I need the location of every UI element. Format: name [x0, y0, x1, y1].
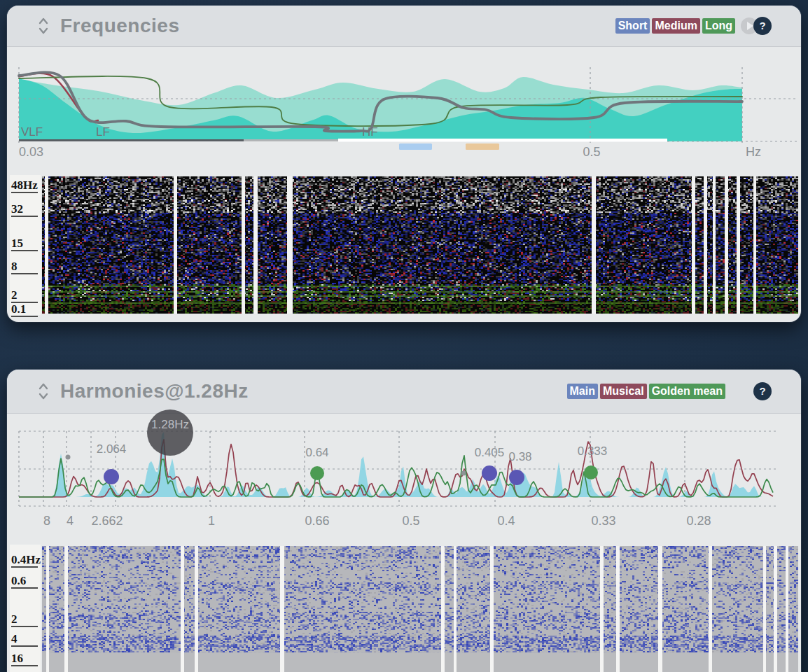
harmonic-marker-label: 0.333 [578, 444, 608, 458]
minor-peak-dot [66, 455, 71, 460]
spectrogram-axis-label: 0.4Hz [11, 553, 38, 568]
spectrogram-axis-label: 8 [11, 260, 38, 274]
frequencies-band-chart[interactable]: VLFLFHF0.030.5Hz [7, 46, 801, 168]
legend-item-medium[interactable]: Medium [652, 18, 699, 34]
spectrogram-axis-label: 16 [11, 652, 38, 666]
axis-underline-segment [244, 139, 338, 141]
frequencies-legend: ShortMediumLong [613, 18, 735, 34]
harmonic-marker-main[interactable] [509, 470, 524, 485]
help-button[interactable]: ? [753, 17, 772, 35]
harmonic-marker-golden-mean[interactable] [584, 465, 598, 479]
minor-peak-dot [461, 471, 466, 476]
spectrogram-axis-label: 15 [11, 237, 38, 251]
x-tick-label: 0.33 [591, 514, 615, 528]
up-down-chevrons-icon [38, 16, 49, 36]
spectrogram-axis-label: 4 [11, 632, 38, 647]
x-tick-label: 0.66 [305, 514, 329, 528]
axis-underline-segment [338, 139, 667, 142]
legend-item-main[interactable]: Main [567, 384, 598, 399]
x-tick-label: 0.5 [583, 145, 600, 159]
harmonic-marker-main[interactable] [104, 469, 119, 484]
collapse-icon[interactable] [38, 382, 49, 401]
harmonic-marker-main[interactable] [482, 465, 497, 481]
x-tick-label: 4 [67, 514, 74, 528]
legend-item-golden-mean[interactable]: Golden mean [649, 384, 725, 399]
x-tick-label: 0.4 [497, 514, 515, 528]
x-tick-label: 1 [208, 514, 215, 528]
frequencies-spectrogram [42, 176, 798, 314]
frequencies-header: Frequencies ShortMediumLong ? [7, 6, 801, 47]
spectrogram-axis-label: 2 [11, 288, 38, 303]
selected-peak-handle[interactable] [147, 410, 193, 456]
harmonic-marker-golden-mean[interactable] [310, 466, 324, 480]
harmonies-spectrogram [42, 546, 798, 672]
harmonic-marker-label: 0.64 [305, 446, 328, 459]
x-tick-label: 0.28 [686, 514, 711, 528]
harmonies-legend: MainMusicalGolden mean [565, 384, 726, 399]
legend-item-musical[interactable]: Musical [600, 384, 647, 399]
app-background: { "window": { "background_color": "#1c2f… [0, 0, 808, 672]
panel-title: Frequencies [60, 15, 179, 37]
spectrogram-axis-label: 0.6 [11, 574, 38, 589]
x-tick-label: 8 [43, 514, 50, 528]
harmonies-chart[interactable]: 2.0640.640.4050.380.3331.28Hz842.66210.6… [7, 406, 801, 532]
spectrogram-axis-label: 0.1 [11, 302, 38, 317]
spectrogram-axis-label: 2 [11, 612, 38, 627]
collapse-icon[interactable] [38, 16, 49, 36]
x-tick-label: 2.662 [91, 514, 123, 528]
spectrogram-axis-label: 32 [11, 202, 38, 217]
x-tick-label: 0.5 [402, 514, 419, 528]
band-label-hf: HF [362, 125, 378, 139]
range-marker[interactable] [399, 144, 432, 150]
spectrogram-axis-label: 48Hz [11, 178, 38, 193]
play-icon [747, 22, 753, 30]
axis-underline-segment [19, 139, 244, 141]
band-label-vlf: VLF [21, 125, 43, 139]
harmonic-marker-label: 0.38 [508, 450, 531, 463]
legend-item-short[interactable]: Short [615, 18, 650, 34]
harmonic-marker-label: 2.064 [97, 442, 127, 456]
x-tick-label: 0.03 [19, 145, 43, 159]
selected-peak-label: 1.28Hz [151, 418, 189, 431]
x-tick-label: Hz [746, 145, 761, 159]
legend-item-long[interactable]: Long [702, 18, 735, 34]
up-down-chevrons-icon [38, 382, 49, 401]
band-label-lf: LF [96, 125, 110, 139]
harmonic-marker-label: 0.405 [475, 446, 505, 459]
help-button[interactable]: ? [753, 382, 772, 400]
panel-title: Harmonies@1.28Hz [60, 380, 249, 402]
range-marker[interactable] [466, 144, 499, 150]
